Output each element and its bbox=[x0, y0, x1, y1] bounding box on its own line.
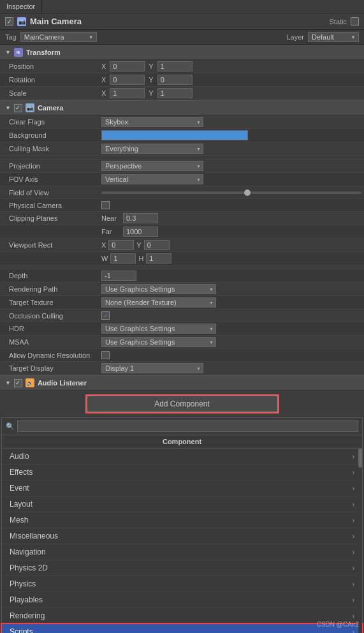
inspector-tab[interactable]: Inspector bbox=[0, 0, 42, 13]
add-component-button[interactable]: Add Component bbox=[87, 396, 278, 412]
physical-camera-checkbox[interactable] bbox=[101, 201, 110, 209]
component-item-arrow: › bbox=[353, 629, 354, 634]
dynamic-resolution-checkbox[interactable] bbox=[101, 351, 110, 359]
clipping-far-value: Far bbox=[99, 225, 364, 238]
clear-flags-dropdown[interactable]: Skybox bbox=[101, 117, 203, 127]
background-color-swatch[interactable] bbox=[101, 130, 248, 140]
audio-icon: 🔊 bbox=[25, 378, 34, 387]
tag-dropdown[interactable]: MainCamera bbox=[20, 32, 97, 42]
component-search-input[interactable] bbox=[17, 421, 358, 432]
occlusion-culling-value bbox=[99, 310, 364, 321]
target-display-value: Display 1 bbox=[99, 362, 364, 375]
component-item-label: Effects bbox=[10, 468, 33, 477]
component-item-label: Navigation bbox=[10, 547, 46, 556]
position-value: X Y bbox=[99, 60, 364, 73]
component-item-scripts[interactable]: Scripts› bbox=[2, 624, 362, 633]
target-display-dropdown[interactable]: Display 1 bbox=[101, 363, 203, 373]
scrollbar-thumb[interactable] bbox=[358, 449, 362, 468]
object-enabled-checkbox[interactable]: ✓ bbox=[5, 17, 13, 26]
static-checkbox[interactable] bbox=[351, 17, 359, 26]
camera-section-header: ▼ ✓ 📷 Camera bbox=[0, 100, 364, 115]
hdr-dropdown[interactable]: Use Graphics Settings bbox=[101, 324, 216, 334]
component-item-audio[interactable]: Audio› bbox=[2, 449, 362, 465]
target-texture-value: None (Render Texture) bbox=[99, 296, 364, 309]
fov-value bbox=[99, 190, 364, 195]
component-item-navigation[interactable]: Navigation› bbox=[2, 544, 362, 560]
target-texture-dropdown[interactable]: None (Render Texture) bbox=[101, 297, 216, 308]
transform-section-header: ▼ ⊕ Transform bbox=[0, 45, 364, 60]
component-item-effects[interactable]: Effects› bbox=[2, 465, 362, 480]
component-list: Audio›Effects›Event›Layout›Mesh›Miscella… bbox=[2, 449, 362, 633]
position-x[interactable] bbox=[110, 61, 145, 71]
fov-slider-thumb[interactable] bbox=[244, 190, 251, 196]
viewport-w[interactable] bbox=[110, 253, 136, 264]
fov-slider-container bbox=[101, 191, 361, 194]
component-header: Component bbox=[2, 435, 362, 449]
scale-x[interactable] bbox=[110, 88, 145, 98]
component-item-event[interactable]: Event› bbox=[2, 480, 362, 496]
viewport-h[interactable] bbox=[146, 253, 171, 264]
viewport-xvalue: X Y bbox=[99, 239, 364, 251]
rendering-path-value: Use Graphics Settings bbox=[99, 283, 364, 295]
clipping-far-label bbox=[0, 230, 99, 233]
hdr-value: Use Graphics Settings bbox=[99, 322, 364, 335]
transform-props: Position X Y Rotation X Y Scale X bbox=[0, 60, 364, 100]
rotation-xyz: X Y bbox=[101, 75, 193, 85]
component-item-label: Audio bbox=[10, 452, 29, 461]
rendering-path-dropdown[interactable]: Use Graphics Settings bbox=[101, 284, 216, 294]
layer-dropdown[interactable]: Default bbox=[308, 32, 359, 42]
occlusion-culling-checkbox[interactable] bbox=[101, 311, 110, 320]
far-input[interactable] bbox=[123, 227, 158, 237]
depth-label: Depth bbox=[0, 271, 99, 281]
scale-y[interactable] bbox=[157, 88, 193, 98]
depth-input[interactable] bbox=[101, 271, 136, 281]
audio-section-header: ▼ ✓ 🔊 Audio Listener bbox=[0, 375, 364, 391]
tab-bar: Inspector bbox=[0, 0, 364, 13]
component-item-label: Miscellaneous bbox=[10, 532, 58, 540]
rendering-path-row: Rendering Path Use Graphics Settings bbox=[0, 283, 364, 296]
rotation-y[interactable] bbox=[157, 75, 193, 85]
viewport-y[interactable] bbox=[144, 240, 170, 250]
audio-arrow[interactable]: ▼ bbox=[5, 380, 11, 386]
component-item-playables[interactable]: Playables› bbox=[2, 592, 362, 608]
component-item-layout[interactable]: Layout› bbox=[2, 496, 362, 512]
near-input[interactable] bbox=[123, 213, 158, 223]
rotation-value: X Y bbox=[99, 73, 364, 86]
component-item-physics[interactable]: Physics› bbox=[2, 576, 362, 592]
clipping-far-row: Far bbox=[0, 225, 364, 239]
object-header: ✓ 📷 Main Camera Static bbox=[0, 13, 364, 30]
transform-arrow[interactable]: ▼ bbox=[5, 49, 11, 56]
component-item-label: Physics 2D bbox=[10, 563, 48, 572]
component-item-mesh[interactable]: Mesh› bbox=[2, 512, 362, 528]
position-label: Position bbox=[0, 61, 99, 71]
camera-arrow[interactable]: ▼ bbox=[5, 105, 11, 111]
component-item-label: Rendering bbox=[10, 611, 45, 620]
depth-row: Depth bbox=[0, 269, 364, 283]
fov-axis-dropdown[interactable]: Vertical bbox=[101, 174, 203, 184]
audio-enabled[interactable]: ✓ bbox=[14, 379, 22, 387]
position-y[interactable] bbox=[157, 61, 193, 71]
target-texture-row: Target Texture None (Render Texture) bbox=[0, 296, 364, 309]
projection-dropdown[interactable]: Perspective bbox=[101, 161, 203, 171]
audio-title: Audio Listener bbox=[38, 379, 87, 387]
viewport-label: Viewport Rect bbox=[0, 240, 99, 250]
viewport-x[interactable] bbox=[108, 240, 134, 250]
component-item-rendering[interactable]: Rendering› bbox=[2, 608, 362, 624]
camera-enabled[interactable]: ✓ bbox=[14, 104, 22, 112]
component-item-label: Layout bbox=[10, 500, 33, 509]
component-item-physics-2d[interactable]: Physics 2D› bbox=[2, 560, 362, 576]
fov-slider-track[interactable] bbox=[101, 191, 361, 194]
clipping-near-row: Clipping Planes Near bbox=[0, 212, 364, 225]
transform-title: Transform bbox=[26, 48, 61, 56]
target-display-row: Target Display Display 1 bbox=[0, 362, 364, 375]
msaa-dropdown[interactable]: Use Graphics Settings bbox=[101, 337, 216, 347]
near-label: Near bbox=[101, 214, 120, 222]
watermark: CSDN @CAir2 bbox=[317, 621, 359, 628]
component-item-miscellaneous[interactable]: Miscellaneous› bbox=[2, 528, 362, 544]
rotation-x[interactable] bbox=[110, 75, 145, 85]
component-item-arrow: › bbox=[353, 597, 354, 604]
object-name: Main Camera bbox=[30, 17, 82, 26]
component-item-label: Mesh bbox=[10, 516, 28, 525]
hdr-label: HDR bbox=[0, 324, 99, 334]
culling-mask-dropdown[interactable]: Everything bbox=[101, 144, 203, 154]
